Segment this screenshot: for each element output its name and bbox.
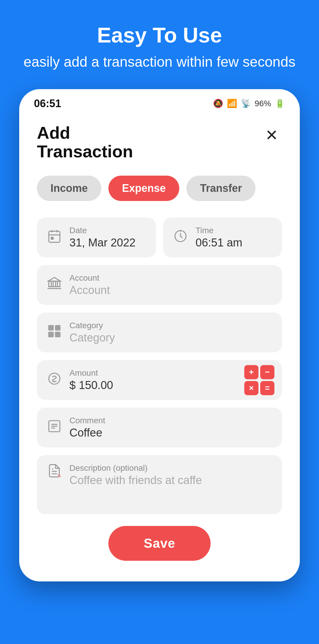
date-field[interactable]: Date 31, Mar 2022: [37, 218, 156, 257]
svg-rect-14: [55, 325, 61, 331]
svg-rect-8: [49, 281, 51, 287]
comment-icon: [47, 419, 62, 437]
tab-buttons: Income Expense Transfer: [37, 176, 282, 201]
status-bar: 06:51 🔕 📶 📡 96% 🔋: [19, 89, 300, 115]
description-value: Coffee with friends at caffe: [69, 474, 202, 487]
description-icon: [47, 463, 62, 506]
time-value: 06:51 am: [196, 236, 242, 249]
comment-value: Coffee: [69, 426, 105, 439]
calc-equals[interactable]: =: [260, 381, 274, 395]
time-field[interactable]: Time 06:51 am: [163, 218, 282, 257]
description-content: Description (optional) Coffee with frien…: [69, 463, 202, 506]
clock-icon: [173, 229, 188, 246]
time-content: Time 06:51 am: [196, 226, 242, 249]
close-button[interactable]: ✕: [261, 125, 282, 146]
save-button-container: Save: [37, 526, 282, 561]
date-label: Date: [69, 226, 136, 235]
category-icon: [47, 324, 62, 341]
page-header: Add Transaction ✕: [37, 123, 282, 161]
svg-rect-9: [53, 281, 56, 287]
account-label: Account: [69, 273, 110, 283]
category-label: Category: [69, 321, 115, 330]
wifi-icon: 📶: [227, 99, 237, 108]
date-time-row: Date 31, Mar 2022 Time 06:51 am: [37, 218, 282, 257]
time-label: Time: [196, 226, 242, 235]
bank-icon: [47, 276, 62, 294]
calendar-icon: [47, 229, 62, 246]
tab-expense[interactable]: Expense: [108, 176, 179, 201]
header-subtitle: easily add a transaction within few seco…: [24, 53, 296, 71]
svg-rect-13: [48, 325, 54, 331]
status-icons: 🔕 📶 📡 96% 🔋: [213, 99, 285, 108]
save-button[interactable]: Save: [108, 526, 211, 561]
page-title: Add Transaction: [37, 123, 133, 161]
svg-rect-16: [55, 332, 61, 337]
description-field[interactable]: Description (optional) Coffee with frien…: [37, 455, 282, 514]
amount-label: Amount: [69, 368, 113, 378]
phone-container: 06:51 🔕 📶 📡 96% 🔋 Add Transaction ✕ Inco…: [19, 89, 300, 582]
category-value: Category: [69, 331, 115, 344]
battery-icon: 🔋: [275, 99, 285, 108]
comment-content: Comment Coffee: [69, 416, 105, 439]
date-value: 31, Mar 2022: [69, 236, 136, 249]
battery-text: 96%: [255, 99, 271, 108]
comment-field[interactable]: Comment Coffee: [37, 408, 282, 447]
calc-buttons: + − × =: [244, 365, 274, 395]
close-icon: ✕: [265, 128, 278, 143]
comment-label: Comment: [69, 416, 105, 425]
mute-icon: 🔕: [213, 99, 223, 108]
status-time: 06:51: [34, 97, 61, 110]
amount-value: $ 150.00: [69, 379, 113, 392]
tab-income[interactable]: Income: [37, 176, 101, 201]
phone-content: Add Transaction ✕ Income Expense Transfe…: [19, 115, 300, 582]
svg-rect-10: [57, 281, 60, 287]
amount-field[interactable]: Amount $ 150.00 + − × =: [37, 360, 282, 400]
svg-rect-4: [51, 237, 53, 239]
header-section: Easy To Use easily add a transaction wit…: [6, 0, 313, 89]
account-field[interactable]: Account Account: [37, 265, 282, 305]
header-title: Easy To Use: [24, 24, 296, 47]
amount-content: Amount $ 150.00: [69, 368, 113, 392]
category-content: Category Category: [69, 321, 115, 344]
svg-marker-7: [48, 277, 61, 281]
category-field[interactable]: Category Category: [37, 313, 282, 352]
calc-multiply[interactable]: ×: [244, 381, 258, 395]
calc-minus[interactable]: −: [260, 365, 274, 379]
description-label: Description (optional): [69, 463, 202, 473]
account-content: Account Account: [69, 273, 110, 297]
calc-plus[interactable]: +: [244, 365, 258, 379]
account-value: Account: [69, 284, 110, 297]
tab-transfer[interactable]: Transfer: [186, 176, 255, 201]
svg-rect-0: [49, 231, 60, 242]
signal-icon: 📡: [241, 99, 251, 108]
date-content: Date 31, Mar 2022: [69, 226, 136, 249]
money-icon: [47, 371, 62, 389]
svg-rect-15: [48, 332, 54, 337]
